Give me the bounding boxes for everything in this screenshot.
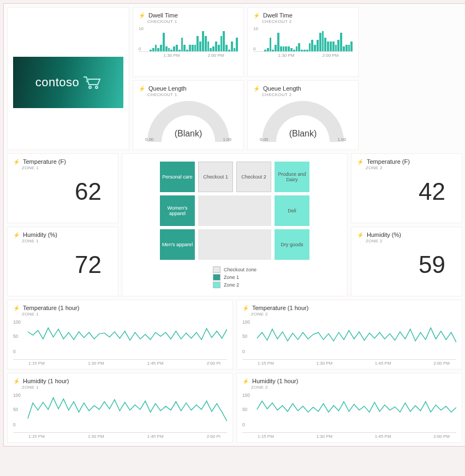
line-chart: 100 50 0 <box>242 390 456 430</box>
svg-text:50: 50 <box>242 334 248 339</box>
legend-swatch <box>213 282 220 288</box>
line-chart: 100 50 0 <box>13 390 227 430</box>
tile-subtitle: ZONE 2 <box>251 385 456 390</box>
legend-item: Checkout zone <box>213 266 257 273</box>
sparkline-chart: 100 1:30 PM2:00 PM <box>253 26 353 63</box>
legend-label: Zone 1 <box>224 275 239 280</box>
tile-title: Humidity (%) <box>23 231 57 238</box>
zone-cell: Produce and Dairy <box>275 162 309 192</box>
zone-cell: Checkout 1 <box>198 162 233 192</box>
svg-text:0: 0 <box>242 423 245 427</box>
zone-cell: Men's apparel <box>160 229 195 260</box>
queue-length-checkout1-tile: ⚡Queue Length CHECKOUT 1 (Blank) 0.00 1.… <box>133 80 244 150</box>
temperature-zone1-value: 62 <box>13 178 112 205</box>
svg-text:50: 50 <box>13 407 19 412</box>
zone-cell: Deli <box>275 195 309 226</box>
tile-title: Queue Length <box>263 85 301 92</box>
bolt-icon: ⚡ <box>13 378 20 384</box>
gauge-max: 1.00 <box>337 137 346 142</box>
svg-point-0 <box>89 86 91 88</box>
bolt-icon: ⚡ <box>13 159 20 165</box>
gauge-chart: (Blank) 0.00 1.00 <box>139 98 238 142</box>
temperature-zone1-tile: ⚡Temperature (F) ZONE 1 62 <box>7 153 118 223</box>
dashboard-frame: contoso ⚡Dwell Time CHECKOUT 1 100 1:30 … <box>3 3 465 447</box>
bolt-icon: ⚡ <box>139 13 145 19</box>
bolt-icon: ⚡ <box>357 232 363 238</box>
legend-label: Zone 2 <box>224 282 239 288</box>
legend-swatch <box>213 274 220 281</box>
dwell-time-checkout2-tile: ⚡Dwell Time CHECKOUT 2 100 1:30 PM2:00 P… <box>247 7 359 77</box>
tile-subtitle: ZONE 1 <box>22 239 112 243</box>
bolt-icon: ⚡ <box>253 13 260 19</box>
temperature-zone1-chart: ⚡Temperature (1 hour) ZONE 1 100 50 0 1:… <box>7 300 233 370</box>
svg-point-4 <box>86 81 88 82</box>
tile-subtitle: CHECKOUT 1 <box>147 92 238 97</box>
cart-icon <box>82 75 101 90</box>
zone-cell <box>198 229 271 260</box>
brand-name: contoso <box>35 75 80 90</box>
humidity-zone2-value: 59 <box>357 251 456 278</box>
tile-subtitle: CHECKOUT 2 <box>262 92 353 97</box>
svg-text:100: 100 <box>13 393 21 398</box>
temperature-zone2-value: 42 <box>357 178 456 205</box>
svg-point-3 <box>88 79 90 81</box>
sparkline-chart: 100 1:30 PM2:00 PM <box>139 26 238 63</box>
zone-cell: Checkout 2 <box>236 162 271 192</box>
bolt-icon: ⚡ <box>242 305 249 311</box>
tile-subtitle: ZONE 2 <box>251 312 456 317</box>
tile-title: Dwell Time <box>148 12 178 19</box>
humidity-zone2-chart: ⚡Humidity (1 hour) ZONE 2 100 50 0 1:15 … <box>236 373 462 443</box>
bolt-icon: ⚡ <box>357 159 363 165</box>
svg-text:50: 50 <box>13 334 19 339</box>
svg-point-2 <box>86 78 88 79</box>
gauge-value: (Blank) <box>175 129 202 139</box>
brand-tile: contoso <box>7 7 129 150</box>
svg-text:0: 0 <box>13 423 16 427</box>
gauge-max: 1.00 <box>223 137 231 142</box>
bolt-icon: ⚡ <box>253 86 260 92</box>
temperature-zone2-tile: ⚡Temperature (F) ZONE 2 42 <box>351 153 462 223</box>
brand-logo: contoso <box>13 57 123 108</box>
temperature-zone2-chart: ⚡Temperature (1 hour) ZONE 2 100 50 0 1:… <box>236 300 462 370</box>
tile-title: Dwell Time <box>263 12 293 19</box>
bolt-icon: ⚡ <box>13 232 20 238</box>
humidity-zone1-value: 72 <box>13 251 112 278</box>
legend-item: Zone 2 <box>213 282 257 288</box>
bolt-icon: ⚡ <box>139 86 145 92</box>
zone-cell <box>198 195 271 226</box>
tile-subtitle: CHECKOUT 2 <box>262 19 353 24</box>
tile-subtitle: ZONE 2 <box>366 239 456 243</box>
humidity-zone1-tile: ⚡Humidity (%) ZONE 1 72 <box>7 227 118 296</box>
tile-title: Temperature (1 hour) <box>23 305 79 311</box>
queue-length-checkout2-tile: ⚡Queue Length CHECKOUT 2 (Blank) 0.00 1.… <box>247 80 359 150</box>
tile-subtitle: ZONE 1 <box>22 165 112 170</box>
zone-cell: Personal care <box>160 162 195 192</box>
tile-subtitle: ZONE 1 <box>22 385 227 390</box>
tile-title: Humidity (1 hour) <box>252 378 298 384</box>
svg-text:0: 0 <box>242 349 245 354</box>
tile-title: Temperature (F) <box>23 158 66 165</box>
svg-text:100: 100 <box>242 320 250 325</box>
svg-text:0: 0 <box>13 349 16 354</box>
bolt-icon: ⚡ <box>13 305 20 311</box>
tile-title: Temperature (1 hour) <box>252 305 308 311</box>
zone-cell: Women's apparel <box>160 195 195 226</box>
legend-label: Checkout zone <box>224 267 257 272</box>
svg-point-1 <box>96 86 98 88</box>
tile-title: Humidity (%) <box>367 231 401 238</box>
line-chart: 100 50 0 <box>13 317 227 357</box>
gauge-chart: (Blank) 0.00 1.00 <box>253 98 353 142</box>
tile-title: Queue Length <box>148 85 187 92</box>
zone-grid: Personal careCheckout 1Checkout 2Produce… <box>160 162 309 260</box>
svg-text:100: 100 <box>242 393 250 398</box>
gauge-min: 0.00 <box>145 137 154 142</box>
svg-text:100: 100 <box>13 320 21 325</box>
dwell-time-checkout1-tile: ⚡Dwell Time CHECKOUT 1 100 1:30 PM2:00 P… <box>133 7 244 77</box>
zone-map-tile: Personal careCheckout 1Checkout 2Produce… <box>122 153 348 296</box>
tile-subtitle: CHECKOUT 1 <box>147 19 238 24</box>
humidity-zone2-tile: ⚡Humidity (%) ZONE 2 59 <box>351 227 462 296</box>
zone-legend: Checkout zoneZone 1Zone 2 <box>213 266 257 289</box>
legend-swatch <box>213 266 220 273</box>
gauge-min: 0.00 <box>260 137 269 142</box>
tile-title: Temperature (F) <box>367 158 410 165</box>
